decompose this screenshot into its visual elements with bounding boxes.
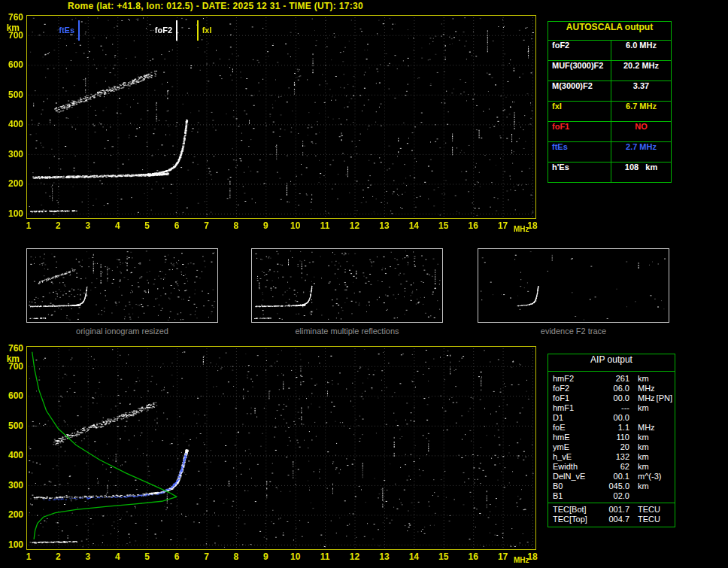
- y-tick-label: 200: [8, 178, 23, 189]
- y-tick-label: 400: [8, 119, 23, 129]
- aip-param-value: 00.1: [601, 472, 629, 481]
- top-y-axis: 760700600500400300200100km: [0, 15, 25, 219]
- aip-param-unit: TECU: [629, 505, 675, 515]
- y-tick-label: 400: [8, 450, 23, 460]
- x-tick-label: 3: [80, 220, 96, 231]
- thumbnail-caption-original: original ionogram resized: [26, 327, 218, 336]
- x-tick-label: 3: [80, 551, 96, 562]
- aip-param-value: 02.0: [601, 491, 629, 501]
- x-tick-label: 1: [20, 551, 37, 562]
- autoscala-param-value: 20.2 MHz: [611, 61, 671, 80]
- aip-param-value: 20: [601, 442, 629, 452]
- aip-param-unit: [629, 491, 675, 501]
- aip-row-B0: B0045.0km: [548, 481, 675, 491]
- autoscala-table-rows: foF26.0 MHzMUF(3000)F220.2 MHzM(3000)F23…: [548, 41, 671, 182]
- thumbnail-caption-evidence: evidence F2 trace: [478, 327, 669, 336]
- x-tick-label: 17: [495, 220, 511, 231]
- x-tick-label: 8: [228, 551, 244, 562]
- aip-param-name: h_vE: [548, 452, 601, 462]
- autoscala-table-title: AUTOSCALA output: [548, 22, 671, 41]
- autoscala-param-value: NO: [611, 122, 671, 141]
- x-tick-label: 4: [109, 220, 126, 231]
- autoscala-param-value: 108 km: [611, 163, 671, 182]
- autoscala-param-name: h'Es: [548, 163, 611, 182]
- bottom-ionogram-canvas: [27, 347, 535, 549]
- x-tick-label: 2: [50, 551, 66, 562]
- aip-param-name: TEC[Bot]: [548, 505, 601, 515]
- km-unit-label: km: [7, 23, 20, 33]
- aip-param-name: foF1: [548, 393, 601, 403]
- x-tick-label: 15: [435, 220, 452, 231]
- autoscala-param-name: foF2: [548, 41, 611, 60]
- x-tick-label: 13: [376, 220, 393, 231]
- autoscala-screen: { "title": "Rome (lat: +41.8, lon: 012.5…: [0, 0, 728, 568]
- aip-param-unit: km: [629, 452, 675, 462]
- aip-param-name: Ewidth: [548, 462, 601, 472]
- aip-row-D1: D100.0: [548, 413, 675, 423]
- aip-row-Ewidth: Ewidth62km: [548, 462, 675, 472]
- autoscala-param-name: MUF(3000)F2: [548, 61, 611, 80]
- aip-param-unit: km: [629, 433, 675, 442]
- x-tick-label: 11: [317, 551, 333, 562]
- km-unit-label: km: [7, 354, 20, 364]
- x-tick-label: 10: [287, 551, 304, 562]
- x-tick-label: 17: [495, 551, 511, 562]
- x-tick-label: 11: [317, 220, 333, 231]
- x-tick-label: 9: [257, 551, 274, 562]
- autoscala-param-name: fxI: [548, 102, 611, 121]
- y-tick-label: 300: [8, 480, 23, 491]
- station-header: Rome (lat: +41.8, lon: 012.5) - DATE: 20…: [68, 1, 363, 11]
- aip-param-unit: km: [629, 403, 675, 413]
- bottom-x-axis: 123456789101112131415161718MHz: [26, 551, 545, 565]
- top-ionogram-plot: ftEsfoF2fxI: [26, 15, 536, 219]
- x-tick-label: 14: [405, 551, 422, 562]
- aip-param-name: B1: [548, 491, 601, 501]
- x-tick-label: 6: [168, 220, 185, 231]
- aip-param-unit: MHz: [629, 384, 675, 393]
- autoscala-row-M(3000)F2: M(3000)F23.37: [548, 81, 671, 102]
- x-tick-label: 2: [50, 220, 66, 231]
- thumbnail-eliminate-canvas: [252, 249, 442, 322]
- y-tick-label: 760: [8, 12, 23, 23]
- aip-param-unit: MHz: [629, 423, 675, 433]
- x-tick-label: 12: [347, 220, 363, 231]
- autoscala-param-value: 6.0 MHz: [611, 41, 671, 60]
- aip-table-rows: hmF2261kmfoF206.0MHzfoF100.0MHz[PN]hmF1-…: [548, 374, 675, 524]
- aip-row-ymE: ymE20km: [548, 442, 675, 452]
- mhz-unit-label: MHz: [514, 225, 529, 233]
- autoscala-param-value: 6.7 MHz: [611, 102, 671, 121]
- autoscala-param-name: ftEs: [548, 142, 611, 162]
- aip-separator: [548, 503, 675, 503]
- aip-row-hmF2: hmF2261km: [548, 374, 675, 384]
- thumbnail-original-canvas: [27, 249, 217, 322]
- aip-param-unit: km: [629, 481, 675, 491]
- aip-row-TEC[Top]: TEC[Top]004.7TECU: [548, 515, 675, 524]
- x-tick-label: 6: [168, 551, 185, 562]
- x-tick-label: 16: [465, 551, 481, 562]
- y-tick-label: 600: [8, 59, 23, 70]
- y-tick-label: 100: [8, 539, 23, 550]
- thumbnail-evidence-canvas: [478, 249, 669, 322]
- thumbnail-evidence-f2: [478, 248, 669, 323]
- x-tick-label: 12: [347, 551, 363, 562]
- autoscala-param-value: 3.37: [611, 81, 671, 101]
- aip-param-value: 110: [601, 433, 629, 442]
- aip-param-name: foF2: [548, 384, 601, 393]
- aip-param-value: 00.0: [601, 413, 629, 423]
- aip-param-unit: MHz: [629, 393, 657, 403]
- x-tick-label: 5: [139, 551, 156, 562]
- x-tick-label: 5: [139, 220, 156, 231]
- x-tick-label: 1: [20, 220, 37, 231]
- aip-param-value: 06.0: [601, 384, 629, 393]
- aip-param-unit: TECU: [629, 515, 675, 524]
- aip-param-name: DelN_vE: [548, 472, 601, 481]
- aip-param-extra: [PN]: [657, 393, 675, 403]
- aip-param-name: hmF1: [548, 403, 601, 413]
- top-x-axis: 123456789101112131415161718MHz: [26, 220, 545, 234]
- x-tick-label: 8: [228, 220, 244, 231]
- aip-param-value: 261: [601, 374, 629, 384]
- aip-param-unit: km: [629, 442, 675, 452]
- aip-param-value: 00.0: [601, 393, 629, 403]
- aip-row-h_vE: h_vE132km: [548, 452, 675, 462]
- aip-row-foF1: foF100.0MHz[PN]: [548, 393, 675, 403]
